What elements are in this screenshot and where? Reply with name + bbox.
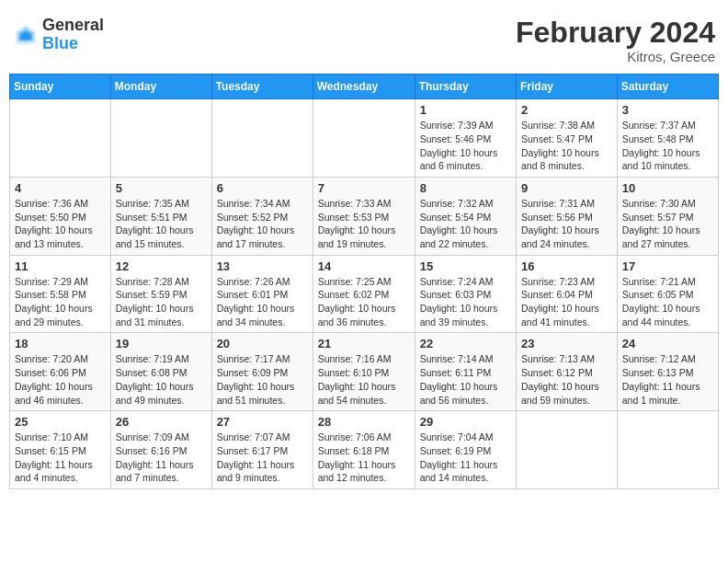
calendar-week-row: 18Sunrise: 7:20 AM Sunset: 6:06 PM Dayli… xyxy=(10,333,719,411)
page-header: General Blue February 2024 Kitros, Greec… xyxy=(9,9,719,68)
day-number: 11 xyxy=(15,259,106,273)
calendar-cell xyxy=(517,411,618,489)
day-info: Sunrise: 7:10 AM Sunset: 6:15 PM Dayligh… xyxy=(15,431,106,485)
day-info: Sunrise: 7:38 AM Sunset: 5:47 PM Dayligh… xyxy=(521,119,612,173)
weekday-header: Friday xyxy=(517,75,618,99)
calendar-cell: 22Sunrise: 7:14 AM Sunset: 6:11 PM Dayli… xyxy=(415,333,516,411)
day-info: Sunrise: 7:32 AM Sunset: 5:54 PM Dayligh… xyxy=(420,197,511,251)
day-number: 24 xyxy=(622,337,713,350)
calendar-cell: 24Sunrise: 7:12 AM Sunset: 6:13 PM Dayli… xyxy=(617,333,718,411)
calendar-week-row: 11Sunrise: 7:29 AM Sunset: 5:58 PM Dayli… xyxy=(10,255,719,333)
calendar-cell xyxy=(110,99,211,178)
day-number: 10 xyxy=(622,181,713,195)
weekday-header: Wednesday xyxy=(313,75,415,99)
day-info: Sunrise: 7:19 AM Sunset: 6:08 PM Dayligh… xyxy=(116,352,207,407)
calendar-cell: 19Sunrise: 7:19 AM Sunset: 6:08 PM Dayli… xyxy=(110,333,211,411)
day-number: 22 xyxy=(420,337,511,350)
day-info: Sunrise: 7:26 AM Sunset: 6:01 PM Dayligh… xyxy=(217,275,308,329)
day-info: Sunrise: 7:36 AM Sunset: 5:50 PM Dayligh… xyxy=(15,197,106,251)
calendar-cell xyxy=(10,99,111,178)
day-info: Sunrise: 7:04 AM Sunset: 6:19 PM Dayligh… xyxy=(420,431,511,485)
calendar-cell: 9Sunrise: 7:31 AM Sunset: 5:56 PM Daylig… xyxy=(517,177,618,255)
day-number: 4 xyxy=(15,181,106,195)
calendar-cell: 21Sunrise: 7:16 AM Sunset: 6:10 PM Dayli… xyxy=(313,333,415,411)
day-number: 8 xyxy=(420,181,511,195)
day-number: 29 xyxy=(420,415,511,429)
day-info: Sunrise: 7:35 AM Sunset: 5:51 PM Dayligh… xyxy=(116,197,207,251)
day-number: 3 xyxy=(622,103,713,117)
calendar-week-row: 4Sunrise: 7:36 AM Sunset: 5:50 PM Daylig… xyxy=(10,177,719,255)
day-info: Sunrise: 7:33 AM Sunset: 5:53 PM Dayligh… xyxy=(318,197,410,251)
calendar-cell: 8Sunrise: 7:32 AM Sunset: 5:54 PM Daylig… xyxy=(415,177,516,255)
day-number: 26 xyxy=(116,415,207,429)
calendar-cell: 23Sunrise: 7:13 AM Sunset: 6:12 PM Dayli… xyxy=(517,333,618,411)
day-number: 20 xyxy=(217,337,308,350)
calendar-cell: 16Sunrise: 7:23 AM Sunset: 6:04 PM Dayli… xyxy=(517,255,618,333)
calendar-cell xyxy=(313,99,415,178)
weekday-header: Monday xyxy=(110,75,211,99)
title-block: February 2024 Kitros, Greece xyxy=(516,17,715,64)
calendar-cell: 5Sunrise: 7:35 AM Sunset: 5:51 PM Daylig… xyxy=(110,177,211,255)
day-number: 16 xyxy=(521,259,612,273)
day-info: Sunrise: 7:31 AM Sunset: 5:56 PM Dayligh… xyxy=(521,197,612,251)
day-number: 19 xyxy=(116,337,207,350)
calendar-cell xyxy=(211,99,313,178)
day-info: Sunrise: 7:12 AM Sunset: 6:13 PM Dayligh… xyxy=(622,352,713,407)
calendar-cell: 1Sunrise: 7:39 AM Sunset: 5:46 PM Daylig… xyxy=(415,99,516,178)
day-number: 27 xyxy=(217,415,308,429)
calendar-cell: 26Sunrise: 7:09 AM Sunset: 6:16 PM Dayli… xyxy=(110,411,211,489)
day-info: Sunrise: 7:17 AM Sunset: 6:09 PM Dayligh… xyxy=(217,352,308,407)
calendar-cell: 4Sunrise: 7:36 AM Sunset: 5:50 PM Daylig… xyxy=(10,177,111,255)
calendar-week-row: 25Sunrise: 7:10 AM Sunset: 6:15 PM Dayli… xyxy=(10,411,719,489)
calendar-week-row: 1Sunrise: 7:39 AM Sunset: 5:46 PM Daylig… xyxy=(10,99,719,178)
logo-text: General Blue xyxy=(42,17,104,53)
calendar-cell: 2Sunrise: 7:38 AM Sunset: 5:47 PM Daylig… xyxy=(517,99,618,178)
day-info: Sunrise: 7:28 AM Sunset: 5:59 PM Dayligh… xyxy=(116,275,207,329)
calendar-cell: 6Sunrise: 7:34 AM Sunset: 5:52 PM Daylig… xyxy=(211,177,313,255)
weekday-header: Thursday xyxy=(415,75,516,99)
month-title: February 2024 xyxy=(516,17,715,49)
day-info: Sunrise: 7:07 AM Sunset: 6:17 PM Dayligh… xyxy=(217,431,308,485)
day-number: 2 xyxy=(521,103,612,117)
day-number: 13 xyxy=(217,259,308,273)
calendar-cell: 13Sunrise: 7:26 AM Sunset: 6:01 PM Dayli… xyxy=(211,255,313,333)
day-info: Sunrise: 7:06 AM Sunset: 6:18 PM Dayligh… xyxy=(318,431,410,485)
day-info: Sunrise: 7:24 AM Sunset: 6:03 PM Dayligh… xyxy=(420,275,511,329)
calendar-cell: 27Sunrise: 7:07 AM Sunset: 6:17 PM Dayli… xyxy=(211,411,313,489)
day-info: Sunrise: 7:13 AM Sunset: 6:12 PM Dayligh… xyxy=(521,352,612,407)
day-info: Sunrise: 7:39 AM Sunset: 5:46 PM Dayligh… xyxy=(420,119,511,173)
logo-icon xyxy=(13,22,39,48)
day-number: 14 xyxy=(318,259,410,273)
calendar-cell: 11Sunrise: 7:29 AM Sunset: 5:58 PM Dayli… xyxy=(10,255,111,333)
calendar-cell: 17Sunrise: 7:21 AM Sunset: 6:05 PM Dayli… xyxy=(617,255,718,333)
logo: General Blue xyxy=(13,17,104,53)
day-number: 28 xyxy=(318,415,410,429)
day-info: Sunrise: 7:20 AM Sunset: 6:06 PM Dayligh… xyxy=(15,352,106,407)
calendar-cell: 7Sunrise: 7:33 AM Sunset: 5:53 PM Daylig… xyxy=(313,177,415,255)
day-number: 5 xyxy=(116,181,207,195)
day-number: 12 xyxy=(116,259,207,273)
day-info: Sunrise: 7:23 AM Sunset: 6:04 PM Dayligh… xyxy=(521,275,612,329)
weekday-header-row: SundayMondayTuesdayWednesdayThursdayFrid… xyxy=(10,75,719,99)
weekday-header: Saturday xyxy=(617,75,718,99)
day-info: Sunrise: 7:14 AM Sunset: 6:11 PM Dayligh… xyxy=(420,352,511,407)
day-info: Sunrise: 7:29 AM Sunset: 5:58 PM Dayligh… xyxy=(15,275,106,329)
day-info: Sunrise: 7:34 AM Sunset: 5:52 PM Dayligh… xyxy=(217,197,308,251)
day-number: 17 xyxy=(622,259,713,273)
day-info: Sunrise: 7:16 AM Sunset: 6:10 PM Dayligh… xyxy=(318,352,410,407)
day-number: 15 xyxy=(420,259,511,273)
day-info: Sunrise: 7:21 AM Sunset: 6:05 PM Dayligh… xyxy=(622,275,713,329)
weekday-header: Sunday xyxy=(10,75,111,99)
logo-general: General xyxy=(42,16,104,34)
day-info: Sunrise: 7:37 AM Sunset: 5:48 PM Dayligh… xyxy=(622,119,713,173)
day-info: Sunrise: 7:09 AM Sunset: 6:16 PM Dayligh… xyxy=(116,431,207,485)
calendar-table: SundayMondayTuesdayWednesdayThursdayFrid… xyxy=(9,74,719,489)
calendar-cell: 18Sunrise: 7:20 AM Sunset: 6:06 PM Dayli… xyxy=(10,333,111,411)
day-number: 18 xyxy=(15,337,106,350)
logo-blue: Blue xyxy=(42,34,78,52)
calendar-cell: 25Sunrise: 7:10 AM Sunset: 6:15 PM Dayli… xyxy=(10,411,111,489)
calendar-cell: 14Sunrise: 7:25 AM Sunset: 6:02 PM Dayli… xyxy=(313,255,415,333)
day-info: Sunrise: 7:25 AM Sunset: 6:02 PM Dayligh… xyxy=(318,275,410,329)
weekday-header: Tuesday xyxy=(211,75,313,99)
location: Kitros, Greece xyxy=(516,49,715,64)
